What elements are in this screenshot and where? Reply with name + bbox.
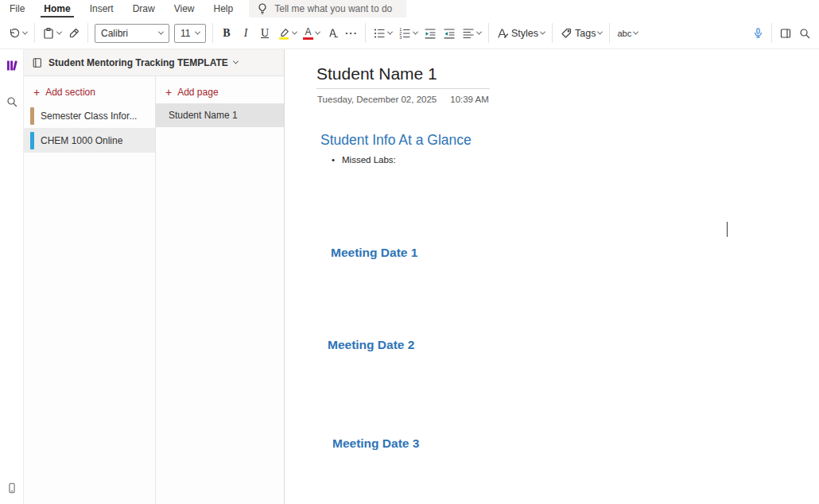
title-underline — [316, 88, 490, 89]
add-section-button[interactable]: + Add section — [24, 81, 155, 103]
tags-label: Tags — [575, 28, 596, 39]
decrease-indent-icon — [424, 27, 437, 40]
section-item-chem[interactable]: CHEM 1000 Online — [24, 128, 155, 153]
chevron-down-icon — [476, 29, 482, 35]
more-formatting-button[interactable]: ··· — [342, 21, 361, 45]
side-panel-button[interactable] — [776, 21, 795, 45]
rail-search-button[interactable] — [6, 95, 18, 111]
format-painter-icon — [68, 27, 80, 40]
page-date[interactable]: Tuesday, December 02, 2025 — [317, 95, 437, 104]
menu-file[interactable]: File — [0, 0, 34, 17]
onenote-window: { "menu": { "items": ["File", "Home", "I… — [0, 0, 819, 504]
font-size-select[interactable]: 11 — [174, 24, 206, 43]
library-books-icon — [6, 59, 18, 72]
highlight-button[interactable] — [274, 21, 300, 45]
menu-insert[interactable]: Insert — [80, 0, 123, 17]
bullet-missed-labs[interactable]: • Missed Labs: — [332, 155, 396, 165]
italic-icon: I — [244, 27, 248, 40]
text-cursor — [727, 222, 728, 237]
tags-button[interactable]: Tags — [557, 21, 605, 45]
sections-list: + Add section Semester Class Infor... CH… — [24, 76, 156, 504]
styles-label: Styles — [511, 28, 538, 39]
chevron-down-icon — [633, 29, 639, 35]
divider — [552, 23, 553, 43]
tell-me-placeholder: Tell me what you want to do — [274, 3, 392, 14]
heading-student-info[interactable]: Student Info At a Glance — [320, 132, 472, 149]
section-name: Semester Class Infor... — [41, 110, 137, 122]
heading-meeting-date-3[interactable]: Meeting Date 3 — [332, 436, 419, 451]
clear-formatting-button[interactable] — [323, 21, 342, 45]
bullet-text[interactable]: Missed Labs: — [342, 155, 396, 165]
undo-button[interactable] — [5, 21, 30, 45]
notebooks-button[interactable] — [6, 59, 18, 75]
font-color-icon: A — [303, 27, 313, 40]
pages-list: + Add page Student Name 1 — [156, 76, 284, 504]
svg-text:3: 3 — [399, 34, 402, 39]
alignment-button[interactable] — [459, 21, 484, 45]
page-item-student-name-1[interactable]: Student Name 1 — [156, 103, 284, 127]
undo-icon — [8, 27, 21, 40]
chevron-down-icon — [292, 29, 297, 35]
divider — [34, 23, 35, 43]
search-button[interactable] — [795, 21, 814, 45]
underline-button[interactable]: U — [255, 21, 274, 45]
notebook-title: Student Mentoring Tracking TEMPLATE — [49, 57, 228, 68]
bullet-list-button[interactable] — [370, 21, 395, 45]
divider — [365, 23, 366, 43]
menu-home[interactable]: Home — [34, 0, 80, 17]
page-datetime[interactable]: Tuesday, December 02, 202510:39 AM — [317, 95, 489, 104]
chevron-down-icon — [597, 29, 603, 35]
page-title[interactable]: Student Name 1 — [316, 64, 437, 83]
chevron-down-icon — [387, 29, 393, 35]
page-time[interactable]: 10:39 AM — [450, 95, 489, 104]
add-page-button[interactable]: + Add page — [156, 81, 284, 103]
chevron-down-icon — [56, 29, 62, 35]
styles-icon — [496, 27, 509, 40]
heading-meeting-date-2[interactable]: Meeting Date 2 — [328, 338, 414, 352]
highlighter-icon — [278, 27, 290, 40]
heading-meeting-date-1[interactable]: Meeting Date 1 — [331, 246, 417, 260]
chevron-down-icon — [540, 29, 545, 35]
feedback-phone-button[interactable] — [6, 482, 17, 498]
decrease-indent-button[interactable] — [421, 21, 440, 45]
font-name-select[interactable]: Calibri — [95, 24, 169, 43]
bullet-list-icon — [373, 27, 386, 40]
menu-view[interactable]: View — [165, 0, 204, 17]
plus-icon: + — [165, 87, 172, 98]
styles-button[interactable]: Styles — [493, 21, 548, 45]
increase-indent-button[interactable] — [440, 21, 459, 45]
bold-icon: B — [223, 27, 230, 40]
clear-formatting-icon — [326, 27, 339, 40]
notebook-switcher[interactable]: Student Mentoring Tracking TEMPLATE — [24, 49, 284, 76]
page-name: Student Name 1 — [169, 110, 238, 121]
menu-help[interactable]: Help — [204, 0, 243, 17]
format-painter-button[interactable] — [64, 21, 83, 45]
font-color-button[interactable]: A — [300, 21, 323, 45]
tell-me-box[interactable]: Tell me what you want to do — [249, 0, 406, 17]
proofing-button[interactable]: abc — [614, 21, 641, 45]
bold-button[interactable]: B — [217, 21, 236, 45]
italic-button[interactable]: I — [236, 21, 255, 45]
phone-icon — [6, 482, 17, 494]
increase-indent-icon — [443, 27, 456, 40]
ribbon-toolbar: Calibri 11 B I U A ··· — [0, 17, 819, 49]
lightbulb-icon — [256, 2, 269, 15]
section-item-semester[interactable]: Semester Class Infor... — [24, 103, 155, 128]
divider — [212, 23, 213, 43]
section-color-bar — [30, 107, 34, 125]
chevron-down-icon — [315, 29, 320, 35]
numbered-list-button[interactable]: 1 2 3 — [395, 21, 421, 45]
paste-button[interactable] — [39, 21, 64, 45]
search-icon — [798, 27, 811, 40]
ellipsis-icon: ··· — [345, 27, 358, 39]
dictate-button[interactable] — [748, 21, 767, 45]
divider — [488, 23, 489, 43]
add-section-label: Add section — [45, 87, 95, 98]
microphone-icon — [752, 27, 764, 39]
section-name: CHEM 1000 Online — [41, 135, 122, 146]
numbered-list-icon: 1 2 3 — [398, 27, 411, 40]
menu-draw[interactable]: Draw — [123, 0, 165, 17]
notebook-icon — [32, 57, 43, 68]
page-canvas[interactable]: Student Name 1 Tuesday, December 02, 202… — [285, 49, 819, 504]
spellcheck-abc-icon: abc — [617, 29, 631, 38]
